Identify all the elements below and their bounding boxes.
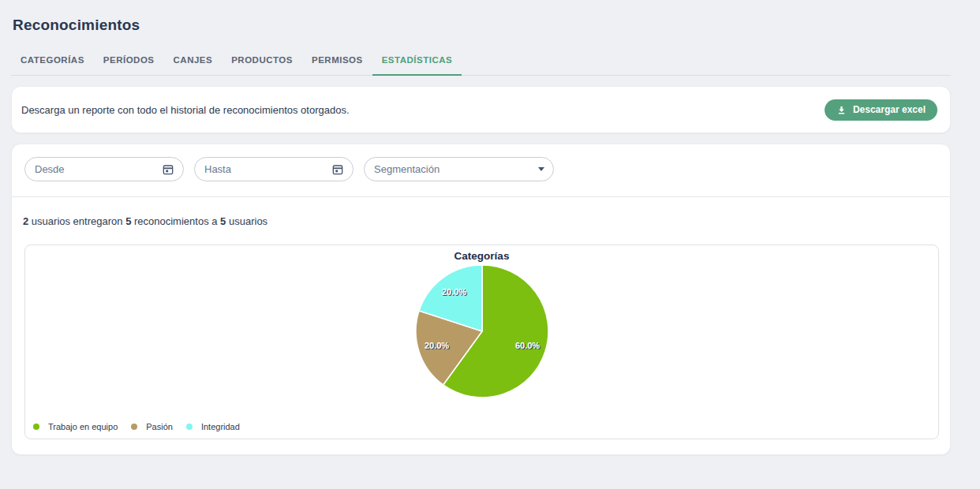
- legend-item-integridad[interactable]: Integridad: [186, 422, 240, 431]
- date-to-input[interactable]: [204, 163, 331, 175]
- chart-container: Categorías 60.0%60.0%20.0%20.0%20.0%20.0…: [24, 244, 939, 439]
- report-card: Descarga un reporte con todo el historia…: [11, 86, 951, 133]
- legend-label: Integridad: [201, 422, 240, 431]
- tab-productos[interactable]: PRODUCTOS: [222, 52, 302, 76]
- summary-num-recognitions: 5: [125, 215, 131, 227]
- download-excel-button[interactable]: Descargar excel: [825, 99, 937, 121]
- legend-dot-icon: [186, 424, 193, 430]
- legend-dot-icon: [33, 424, 39, 430]
- date-to-field[interactable]: [194, 157, 353, 181]
- legend-label: Trabajo en equipo: [48, 422, 118, 431]
- pie-slice-label: 20.0%: [424, 341, 448, 350]
- page-title: Reconocimientos: [0, 0, 980, 34]
- report-description: Descarga un reporte con todo el historia…: [21, 104, 350, 116]
- summary-num-givers: 2: [23, 215, 28, 227]
- calendar-icon[interactable]: [162, 163, 174, 176]
- download-icon: [836, 105, 847, 115]
- tab-permisos[interactable]: PERMISOS: [302, 52, 372, 76]
- tab-bar: CATEGORÍAS PERÍODOS CANJES PRODUCTOS PER…: [11, 52, 951, 76]
- chart-legend: Trabajo en equipo Pasión Integridad: [33, 422, 240, 431]
- legend-item-pasion[interactable]: Pasión: [131, 422, 173, 431]
- segmentation-input[interactable]: [374, 163, 538, 175]
- calendar-icon[interactable]: [331, 163, 344, 176]
- date-from-input[interactable]: [35, 163, 162, 175]
- statistics-panel: 2 usuarios entregaron 5 reconocimientos …: [11, 144, 951, 455]
- chart-title: Categorías: [25, 250, 938, 262]
- tab-estadisticas[interactable]: ESTADÍSTICAS: [372, 52, 462, 76]
- segmentation-select[interactable]: [364, 157, 554, 181]
- tab-periodos[interactable]: PERÍODOS: [94, 52, 164, 76]
- legend-dot-icon: [131, 424, 137, 430]
- summary-num-receivers: 5: [220, 215, 226, 227]
- divider: [12, 196, 950, 197]
- tab-canjes[interactable]: CANJES: [164, 52, 223, 76]
- tab-categorias[interactable]: CATEGORÍAS: [11, 52, 94, 76]
- download-button-label: Descargar excel: [853, 104, 926, 115]
- pie-chart[interactable]: 60.0%60.0%20.0%20.0%20.0%20.0%: [414, 263, 550, 399]
- pie-slice-label: 20.0%: [441, 287, 466, 297]
- summary-text: 2 usuarios entregaron 5 reconocimientos …: [23, 215, 950, 227]
- legend-label: Pasión: [146, 422, 173, 431]
- pie-slice-label: 60.0%: [514, 341, 539, 350]
- date-from-field[interactable]: [24, 157, 184, 181]
- legend-item-trabajo-en-equipo[interactable]: Trabajo en equipo: [33, 422, 118, 431]
- chevron-down-icon: [538, 167, 544, 171]
- filters-row: [12, 157, 950, 181]
